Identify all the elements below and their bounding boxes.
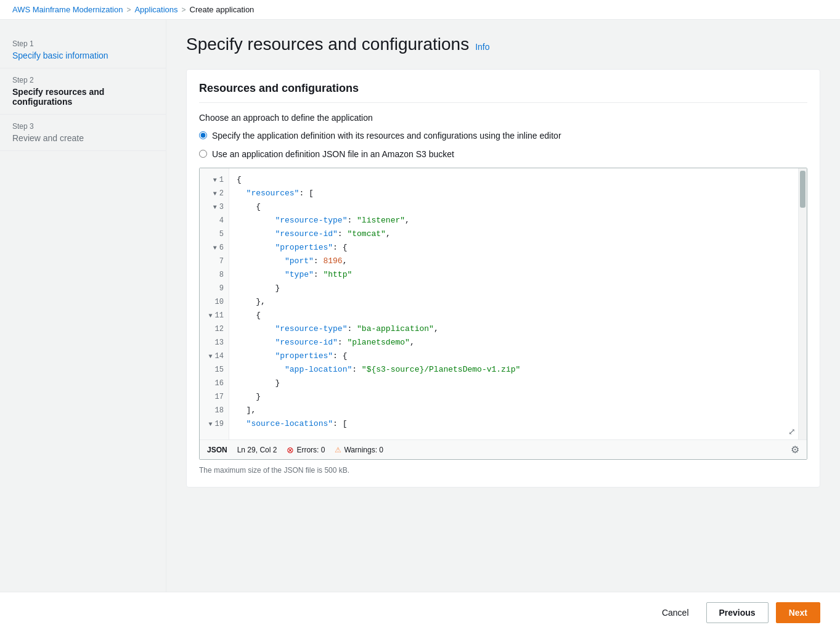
page-title: Specify resources and configurations	[186, 35, 469, 54]
fold-2[interactable]: ▼	[213, 190, 217, 197]
radio-option-s3[interactable]: Use an application definition JSON file …	[199, 149, 807, 161]
card-title: Resources and configurations	[199, 82, 807, 103]
code-line-15: "app-location": "${s3-source}/PlanetsDem…	[237, 363, 791, 377]
code-line-10: },	[237, 295, 791, 309]
fold-1[interactable]: ▼	[213, 177, 217, 184]
page-footer: Cancel Previous Next	[0, 592, 840, 633]
content-area: Specify resources and configurations Inf…	[166, 20, 840, 592]
main-layout: Step 1 Specify basic information Step 2 …	[0, 20, 840, 592]
statusbar-warnings: ⚠ Warnings: 0	[335, 446, 383, 454]
statusbar-lang: JSON	[207, 446, 227, 454]
error-icon: ⊗	[287, 445, 294, 455]
breadcrumb-section[interactable]: Applications	[134, 5, 177, 14]
line-num-19: ▼ 19	[200, 417, 229, 431]
previous-button[interactable]: Previous	[706, 602, 769, 623]
line-num-10: 10	[200, 295, 229, 309]
code-line-14: "properties": {	[237, 349, 791, 363]
next-button[interactable]: Next	[776, 602, 820, 623]
line-num-7: 7	[200, 255, 229, 268]
max-size-note: The maximum size of the JSON file is 500…	[199, 466, 807, 475]
line-num-3: ▼ 3	[200, 200, 229, 214]
sidebar-step-1[interactable]: Step 1 Specify basic information	[0, 32, 166, 68]
radio-inline-label: Specify the application definition with …	[212, 130, 561, 142]
editor-statusbar: JSON Ln 29, Col 2 ⊗ Errors: 0 ⚠ Warnings…	[200, 439, 807, 459]
info-link[interactable]: Info	[475, 42, 489, 52]
line-num-16: 16	[200, 377, 229, 390]
radio-option-inline[interactable]: Specify the application definition with …	[199, 130, 807, 142]
line-num-15: 15	[200, 363, 229, 377]
page-title-row: Specify resources and configurations Inf…	[186, 35, 820, 54]
code-content[interactable]: { "resources": [ { "resource-type": "lis…	[229, 168, 798, 439]
fold-11[interactable]: ▼	[209, 312, 213, 319]
code-line-12: "resource-type": "ba-application",	[237, 322, 791, 336]
breadcrumb-home[interactable]: AWS Mainframe Modernization	[12, 5, 123, 14]
sidebar-step-3[interactable]: Step 3 Review and create	[0, 115, 166, 151]
scrollbar-thumb[interactable]	[800, 171, 805, 208]
code-line-5: "resource-id": "tomcat",	[237, 227, 791, 241]
statusbar-position: Ln 29, Col 2	[237, 446, 277, 454]
line-num-18: 18	[200, 404, 229, 417]
line-num-9: 9	[200, 282, 229, 295]
code-line-4: "resource-type": "listener",	[237, 214, 791, 227]
line-num-14: ▼ 14	[200, 349, 229, 363]
code-editor-wrapper[interactable]: ▼ 1 ▼ 2 ▼ 3 4 5	[199, 168, 807, 460]
fold-14[interactable]: ▼	[209, 353, 213, 360]
resources-card: Resources and configurations Choose an a…	[186, 69, 820, 488]
code-line-16: }	[237, 377, 791, 390]
line-num-17: 17	[200, 390, 229, 404]
radio-s3[interactable]	[199, 150, 207, 158]
warning-icon: ⚠	[335, 446, 341, 454]
line-num-6: ▼ 6	[200, 241, 229, 255]
code-line-6: "properties": {	[237, 241, 791, 255]
code-line-1: {	[237, 173, 791, 187]
cancel-button[interactable]: Cancel	[652, 603, 699, 623]
step1-label: Step 1	[12, 39, 153, 48]
radio-inline-editor[interactable]	[199, 131, 207, 139]
fold-3[interactable]: ▼	[213, 204, 217, 211]
code-line-2: "resources": [	[237, 187, 791, 200]
line-numbers: ▼ 1 ▼ 2 ▼ 3 4 5	[200, 168, 229, 439]
code-line-17: }	[237, 390, 791, 404]
breadcrumb-current: Create application	[190, 5, 255, 14]
step3-label: Step 3	[12, 122, 153, 131]
code-line-8: "type": "http"	[237, 268, 791, 282]
step2-label: Step 2	[12, 76, 153, 84]
code-line-11: {	[237, 309, 791, 322]
code-line-13: "resource-id": "planetsdemo",	[237, 336, 791, 349]
scrollbar-track[interactable]	[799, 168, 807, 439]
code-scrollbar[interactable]	[798, 168, 807, 439]
breadcrumb-sep1: >	[126, 6, 131, 14]
code-editor[interactable]: ▼ 1 ▼ 2 ▼ 3 4 5	[200, 168, 807, 439]
approach-label: Choose an approach to define the applica…	[199, 113, 807, 123]
breadcrumb-sep2: >	[182, 6, 186, 14]
radio-s3-label: Use an application definition JSON file …	[212, 149, 454, 161]
step1-title[interactable]: Specify basic information	[12, 51, 153, 60]
breadcrumb: AWS Mainframe Modernization > Applicatio…	[0, 0, 840, 20]
code-line-19: "source-locations": [	[237, 417, 791, 431]
code-line-9: }	[237, 282, 791, 295]
expand-icon[interactable]: ⤢	[786, 424, 798, 439]
line-num-1: ▼ 1	[200, 173, 229, 187]
code-line-7: "port": 8196,	[237, 255, 791, 268]
sidebar: Step 1 Specify basic information Step 2 …	[0, 20, 166, 592]
step2-title: Specify resources and configurations	[12, 87, 153, 107]
code-line-3: {	[237, 200, 791, 214]
settings-gear-icon[interactable]: ⚙	[791, 444, 799, 455]
line-num-12: 12	[200, 322, 229, 336]
fold-19[interactable]: ▼	[209, 421, 213, 428]
line-num-2: ▼ 2	[200, 187, 229, 200]
line-num-5: 5	[200, 227, 229, 241]
code-line-18: ],	[237, 404, 791, 417]
line-num-11: ▼ 11	[200, 309, 229, 322]
line-num-13: 13	[200, 336, 229, 349]
fold-6[interactable]: ▼	[213, 245, 217, 251]
statusbar-errors: ⊗ Errors: 0	[287, 445, 325, 455]
line-num-8: 8	[200, 268, 229, 282]
line-num-4: 4	[200, 214, 229, 227]
step3-title: Review and create	[12, 133, 153, 143]
sidebar-step-2: Step 2 Specify resources and configurati…	[0, 68, 166, 115]
